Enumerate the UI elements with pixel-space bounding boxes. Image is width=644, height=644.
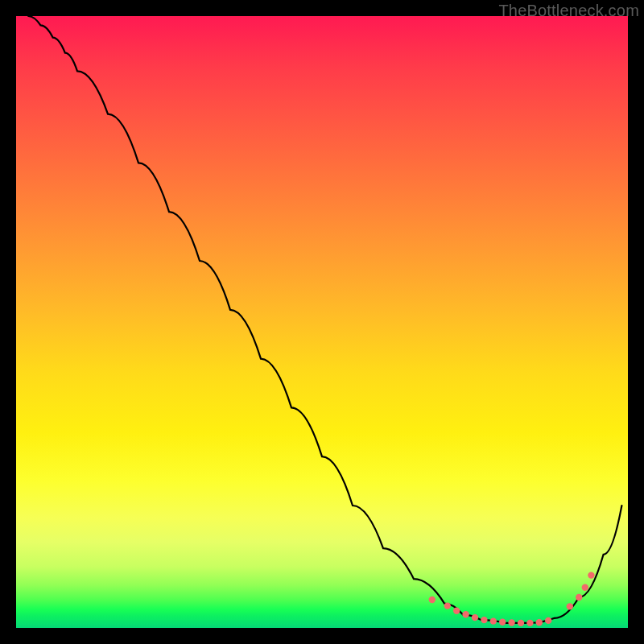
highlight-dot <box>462 611 469 617</box>
highlight-dot <box>490 617 497 624</box>
chart-frame: TheBottleneck.com <box>0 0 644 644</box>
bottleneck-curve <box>28 16 621 623</box>
highlight-dot <box>545 617 551 624</box>
highlight-dot <box>453 608 460 614</box>
highlight-dot <box>567 603 573 609</box>
highlight-dot <box>518 620 524 626</box>
highlight-dot <box>444 602 451 609</box>
highlight-dot <box>508 619 514 625</box>
highlight-dot <box>472 614 478 621</box>
highlight-dot <box>536 619 543 625</box>
highlight-dot <box>499 619 506 625</box>
highlight-dot <box>582 584 588 591</box>
highlight-dot <box>576 594 582 601</box>
highlight-dot <box>481 617 487 623</box>
highlight-dot <box>429 597 436 603</box>
highlight-dots <box>429 572 595 626</box>
chart-svg <box>16 16 628 628</box>
plot-area <box>16 16 628 628</box>
highlight-dot <box>588 572 594 578</box>
highlight-dot <box>526 620 533 626</box>
